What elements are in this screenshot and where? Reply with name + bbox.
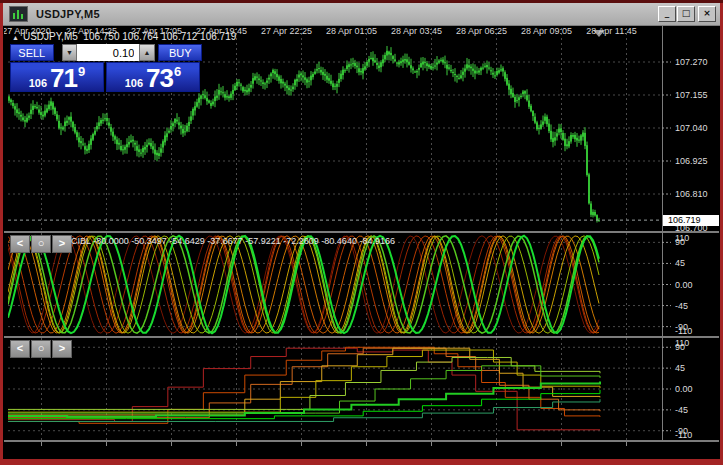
buy-button[interactable]: BUY xyxy=(158,44,202,61)
indicator1-scale-min-label: -110 xyxy=(675,327,692,336)
indicator2-nav: < ○ > xyxy=(10,340,73,358)
indicator2-scale-label: 45 xyxy=(675,364,685,373)
chart-window: USDJPY,M5 _ □ × ▲USDJPY,M5 106.750 106.7… xyxy=(3,3,720,459)
indicator1-scale-label: -45 xyxy=(675,302,688,311)
indicator1-scale-label: 45 xyxy=(675,259,685,268)
minimize-button[interactable]: _ xyxy=(658,6,676,22)
time-axis-label: 28 Apr 11:45 xyxy=(579,26,645,36)
time-axis-label: 27 Apr 2020 xyxy=(4,26,60,36)
time-axis-label: 27 Apr 19:45 xyxy=(189,26,255,36)
title-bar[interactable]: USDJPY,M5 _ □ × xyxy=(3,3,720,26)
close-button[interactable]: × xyxy=(698,6,716,22)
indicator1-scale-label: 0.00 xyxy=(675,281,693,290)
buy-quote[interactable]: 106 73 6 xyxy=(106,62,200,92)
indicator1-values-label: CIBL -80.0000 -50.3497 -54.6429 -37.6677… xyxy=(71,236,395,246)
volume-up-button[interactable]: ▲ xyxy=(139,44,155,61)
time-axis-label: 28 Apr 01:05 xyxy=(319,26,385,36)
buy-quote-prefix: 106 xyxy=(125,77,143,90)
sell-quote-prefix: 106 xyxy=(29,77,47,90)
chart-client-area: ▲USDJPY,M5 106.750 106.764 106.712 106.7… xyxy=(4,26,719,458)
indicator1-scale-max-label: 110 xyxy=(675,234,689,243)
indicator2-circle-button[interactable]: ○ xyxy=(31,340,51,358)
window-controls: _ □ × xyxy=(657,6,716,22)
indicator2-scale-max-label: 110 xyxy=(675,339,689,348)
indicator2-prev-button[interactable]: < xyxy=(10,340,30,358)
price-scale-label: 107.155 xyxy=(675,91,708,100)
indicator1-prev-button[interactable]: < xyxy=(10,235,30,253)
sell-button[interactable]: SELL xyxy=(10,44,54,61)
time-axis-label: 27 Apr 17:05 xyxy=(124,26,190,36)
volume-down-button[interactable]: ▼ xyxy=(62,44,78,61)
price-scale-label: 106.925 xyxy=(675,157,708,166)
buy-quote-pip: 6 xyxy=(174,64,181,79)
time-axis-label: 27 Apr 14:25 xyxy=(59,26,125,36)
price-scale-label: 106.810 xyxy=(675,190,708,199)
indicator2-scale-label: 0.00 xyxy=(675,385,693,394)
chart-window-icon xyxy=(9,6,28,22)
volume-input[interactable] xyxy=(77,44,139,61)
maximize-button[interactable]: □ xyxy=(677,6,695,22)
time-axis-label: 28 Apr 03:45 xyxy=(384,26,450,36)
one-click-trade-panel: SELL ▼ ▲ BUY 106 71 9 106 73 6 xyxy=(10,44,202,92)
sell-quote-pip: 9 xyxy=(78,64,85,79)
price-scale-label: 107.270 xyxy=(675,58,708,67)
buy-quote-main: 73 xyxy=(146,66,173,90)
indicator1-next-button[interactable]: > xyxy=(52,235,72,253)
indicator2-scale-min-label: -110 xyxy=(675,431,692,440)
time-axis-label: 28 Apr 06:25 xyxy=(449,26,515,36)
window-title: USDJPY,M5 xyxy=(36,8,100,20)
indicator1-circle-button[interactable]: ○ xyxy=(31,235,51,253)
indicator2-next-button[interactable]: > xyxy=(52,340,72,358)
time-axis-label: 28 Apr 09:05 xyxy=(514,26,580,36)
price-scale-label: 107.040 xyxy=(675,124,708,133)
current-price-badge: 106.719 xyxy=(663,215,719,226)
sell-quote-main: 71 xyxy=(50,66,77,90)
indicator1-nav: < ○ > xyxy=(10,235,73,253)
time-axis-label: 27 Apr 22:25 xyxy=(254,26,320,36)
sell-quote[interactable]: 106 71 9 xyxy=(10,62,104,92)
indicator2-scale-label: -45 xyxy=(675,406,688,415)
